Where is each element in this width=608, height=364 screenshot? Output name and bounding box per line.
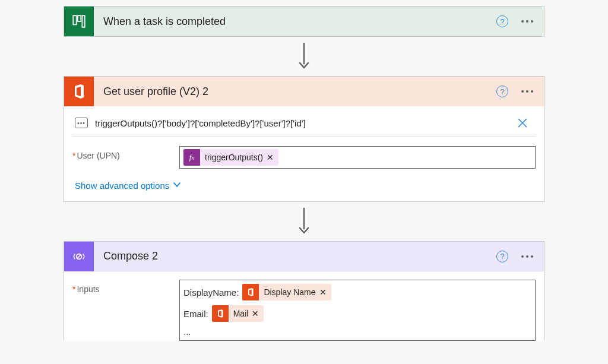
mail-token[interactable]: Mail ✕ [212,305,264,322]
office365-icon [212,305,229,322]
user-upn-input[interactable]: fx triggerOutputs() ✕ [179,146,536,169]
svg-rect-1 [78,15,81,21]
action2-header[interactable]: Compose 2 ? [64,242,544,271]
office365-icon [242,284,259,300]
help-icon[interactable]: ? [496,15,508,27]
action1-title: Get user profile (V2) 2 [103,86,496,98]
user-upn-label: *User (UPN) [72,146,179,160]
fx-icon: fx [183,149,200,166]
expression-icon: ••• [75,118,88,128]
expression-token[interactable]: fx triggerOutputs() ✕ [183,149,278,166]
svg-rect-0 [73,15,76,24]
ellipsis-text: ... [183,327,191,337]
more-menu-icon[interactable] [521,255,533,258]
trigger-card[interactable]: When a task is completed ? [64,6,544,37]
inputs-row: *Inputs DisplayName: Display Name ✕ [72,280,536,341]
email-label: Email: [183,309,208,319]
compose-icon [64,242,94,271]
help-icon[interactable]: ? [496,86,508,97]
connector-arrow [64,37,544,76]
token-remove-icon[interactable]: ✕ [267,153,278,162]
inputs-input[interactable]: DisplayName: Display Name ✕ Email: [179,280,536,341]
action2-title: Compose 2 [103,250,496,262]
trigger-header[interactable]: When a task is completed ? [64,7,544,36]
chevron-down-icon [173,181,181,189]
close-icon[interactable] [513,117,532,129]
expression-text: triggerOutputs()?['body']?['completedBy'… [95,118,506,128]
token-remove-icon[interactable]: ✕ [319,287,331,297]
user-upn-row: *User (UPN) fx triggerOutputs() ✕ [72,146,536,169]
token-remove-icon[interactable]: ✕ [252,309,264,318]
action1-header[interactable]: Get user profile (V2) 2 ? [64,77,544,106]
compose-card[interactable]: Compose 2 ? *Inputs DisplayName: Displ [64,241,544,341]
more-menu-icon[interactable] [521,90,533,93]
office365-icon [64,77,94,106]
planner-icon [64,7,94,36]
show-advanced-options-link[interactable]: Show advanced options [75,181,181,191]
displayname-label: DisplayName: [183,287,239,297]
displayname-token[interactable]: Display Name ✕ [242,284,331,300]
help-icon[interactable]: ? [496,251,508,262]
more-menu-icon[interactable] [521,20,533,23]
inputs-label: *Inputs [72,280,179,294]
get-user-profile-card[interactable]: Get user profile (V2) 2 ? ••• triggerOut… [64,76,544,202]
svg-rect-2 [82,15,84,27]
expression-preview-bar: ••• triggerOutputs()?['body']?['complete… [72,115,536,137]
connector-arrow [64,202,544,241]
trigger-title: When a task is completed [103,15,496,28]
